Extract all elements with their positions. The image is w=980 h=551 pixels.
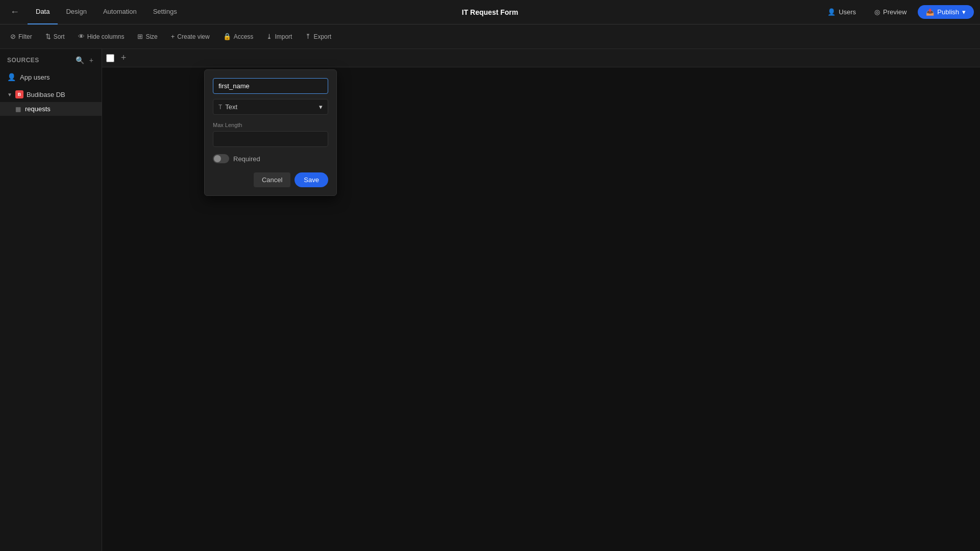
db-icon: B bbox=[15, 90, 23, 98]
max-length-label: Max Length bbox=[213, 122, 328, 128]
filter-button[interactable]: ⊘ Filter bbox=[4, 30, 38, 43]
tab-settings[interactable]: Settings bbox=[145, 0, 185, 24]
sidebar-item-app-users[interactable]: 👤 App users bbox=[0, 69, 102, 85]
db-header[interactable]: ▼ B Budibase DB bbox=[0, 87, 102, 102]
tab-data[interactable]: Data bbox=[28, 0, 58, 24]
top-nav: ← Data Design Automation Settings IT Req… bbox=[0, 0, 980, 24]
create-view-icon: + bbox=[171, 33, 175, 40]
text-type-icon: T bbox=[218, 104, 222, 111]
import-icon: ⤓ bbox=[266, 33, 272, 40]
nav-tabs: Data Design Automation Settings bbox=[28, 0, 185, 24]
page-title: IT Request Form bbox=[462, 8, 518, 16]
required-row: Required bbox=[213, 154, 328, 163]
tab-automation[interactable]: Automation bbox=[95, 0, 145, 24]
sidebar-header: Sources 🔍 + bbox=[0, 49, 102, 69]
sidebar-item-requests[interactable]: ▦ requests bbox=[0, 102, 102, 116]
hide-columns-icon: 👁 bbox=[78, 33, 85, 40]
table-icon: ▦ bbox=[15, 106, 21, 113]
access-button[interactable]: 🔒 Access bbox=[217, 30, 260, 43]
users-icon: 👤 bbox=[827, 8, 836, 16]
top-nav-right: 👤 Users ◎ Preview 📤 Publish ▾ bbox=[820, 5, 974, 19]
cancel-button[interactable]: Cancel bbox=[254, 172, 290, 187]
sidebar: Sources 🔍 + 👤 App users ▼ B Budibase DB bbox=[0, 49, 102, 551]
sidebar-add-icon: + bbox=[89, 56, 93, 64]
size-icon: ⊞ bbox=[137, 33, 143, 40]
export-button[interactable]: ⤒ Export bbox=[299, 30, 337, 43]
field-name-input[interactable] bbox=[213, 78, 328, 94]
content-area: + T Text ▾ Max Length Required bbox=[102, 49, 980, 551]
back-button[interactable]: ← bbox=[6, 5, 23, 19]
users-button[interactable]: 👤 Users bbox=[820, 5, 863, 19]
db-chevron-icon: ▼ bbox=[7, 92, 12, 97]
column-modal: T Text ▾ Max Length Required Cancel Save bbox=[204, 69, 337, 196]
toggle-knob bbox=[214, 155, 221, 162]
access-icon: 🔒 bbox=[223, 33, 231, 40]
toolbar: ⊘ Filter ⇅ Sort 👁 Hide columns ⊞ Size + … bbox=[0, 24, 980, 49]
export-icon: ⤒ bbox=[305, 33, 311, 40]
sidebar-search-button[interactable]: 🔍 bbox=[75, 55, 85, 65]
preview-button[interactable]: ◎ Preview bbox=[867, 5, 914, 19]
preview-icon: ◎ bbox=[874, 8, 880, 16]
sidebar-header-icons: 🔍 + bbox=[75, 55, 94, 65]
type-select-dropdown[interactable]: T Text ▾ bbox=[213, 99, 328, 115]
app-users-icon: 👤 bbox=[7, 73, 16, 81]
sidebar-search-icon: 🔍 bbox=[76, 56, 84, 64]
required-toggle[interactable] bbox=[213, 154, 229, 163]
publish-icon: 📤 bbox=[926, 8, 934, 16]
required-label: Required bbox=[233, 155, 260, 163]
modal-actions: Cancel Save bbox=[213, 172, 328, 187]
table-header-row: + bbox=[102, 49, 980, 67]
tab-design[interactable]: Design bbox=[58, 0, 94, 24]
save-button[interactable]: Save bbox=[295, 172, 328, 187]
add-column-icon: + bbox=[121, 53, 127, 63]
publish-chevron-icon: ▾ bbox=[962, 8, 966, 16]
max-length-input[interactable] bbox=[213, 131, 328, 147]
main-layout: Sources 🔍 + 👤 App users ▼ B Budibase DB bbox=[0, 49, 980, 551]
sidebar-add-button[interactable]: + bbox=[88, 55, 94, 65]
select-all-checkbox[interactable] bbox=[106, 54, 114, 62]
back-icon: ← bbox=[10, 7, 19, 17]
type-chevron-icon: ▾ bbox=[319, 103, 323, 111]
add-column-button[interactable]: + bbox=[116, 51, 131, 65]
db-section: ▼ B Budibase DB ▦ requests bbox=[0, 85, 102, 118]
sort-button[interactable]: ⇅ Sort bbox=[39, 30, 71, 43]
import-button[interactable]: ⤓ Import bbox=[260, 30, 298, 43]
hide-columns-button[interactable]: 👁 Hide columns bbox=[72, 30, 131, 43]
publish-button[interactable]: 📤 Publish ▾ bbox=[918, 5, 974, 19]
filter-icon: ⊘ bbox=[10, 33, 16, 40]
size-button[interactable]: ⊞ Size bbox=[131, 30, 163, 43]
create-view-button[interactable]: + Create view bbox=[165, 30, 216, 43]
sort-icon: ⇅ bbox=[45, 33, 51, 40]
